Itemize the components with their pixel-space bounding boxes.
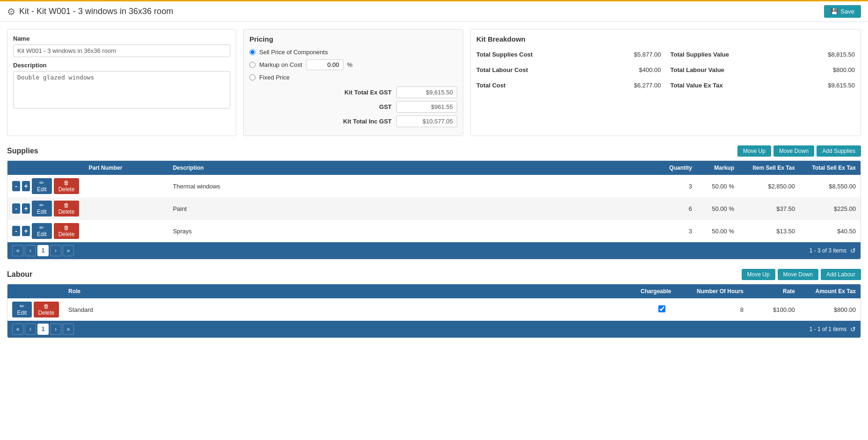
total-value-ex-tax-value: $9,615.50 [828, 82, 855, 89]
next-page-button[interactable]: › [50, 324, 61, 335]
top-bar: ⚙ Kit - Kit W001 - 3 windows in 36x36 ro… [0, 0, 868, 22]
labour-row1-rate: $100.00 [748, 298, 800, 321]
gst-value [396, 101, 457, 113]
action-cell: ✏ Edit 🗑 Delete [12, 302, 59, 317]
supplies-section-buttons: Move Up Move Down Add Supplies [737, 145, 861, 157]
supplies-row3-actions: - + ✏ Edit 🗑 Delete [7, 220, 84, 242]
action-cell: - + ✏ Edit 🗑 Delete [12, 201, 79, 216]
sell-price-radio[interactable] [249, 49, 255, 55]
supplies-move-up-button[interactable]: Move Up [737, 145, 771, 157]
last-page-button[interactable]: » [63, 324, 74, 335]
supplies-row3-total-sell: $40.50 [800, 220, 861, 242]
labour-refresh-icon[interactable]: ↺ [850, 325, 856, 333]
supplies-row2-item-sell: $37.50 [739, 197, 800, 220]
name-input[interactable] [13, 44, 230, 57]
delete-button[interactable]: 🗑 Delete [34, 302, 59, 317]
labour-pagination-info: 1 - 1 of 1 items ↺ [810, 325, 856, 333]
labour-row1-chargeable [636, 298, 687, 321]
total-labour-cost-row: Total Labour Cost $400.00 [476, 64, 661, 76]
labour-col-amount: Amount Ex Tax [800, 284, 861, 298]
delete-button[interactable]: 🗑 Delete [54, 223, 80, 239]
plus-button[interactable]: + [22, 226, 30, 236]
supplies-refresh-icon[interactable]: ↺ [850, 247, 856, 254]
supplies-row3-item-sell: $13.50 [739, 220, 800, 242]
table-row: - + ✏ Edit 🗑 Delete Sprays 3 50.00 % $13… [7, 220, 861, 242]
labour-table: Role Chargeable Number Of Hours Rate Amo… [7, 284, 861, 321]
plus-button[interactable]: + [22, 203, 30, 214]
pricing-title: Pricing [249, 35, 457, 43]
markup-cost-radio[interactable] [249, 62, 255, 68]
delete-button[interactable]: 🗑 Delete [54, 178, 80, 194]
chargeable-checkbox[interactable] [658, 305, 665, 312]
edit-button[interactable]: ✏ Edit [32, 201, 51, 216]
supplies-pagination-controls: « ‹ 1 › » [12, 245, 74, 256]
action-cell: - + ✏ Edit 🗑 Delete [12, 178, 79, 194]
labour-table-wrapper: Role Chargeable Number Of Hours Rate Amo… [7, 284, 861, 338]
total-supplies-cost-value: $5,877.00 [634, 51, 661, 58]
markup-cost-label[interactable]: Markup on Cost [259, 61, 302, 68]
supplies-title: Supplies [7, 147, 38, 155]
markup-value-input[interactable] [306, 59, 343, 70]
first-page-button[interactable]: « [12, 245, 23, 256]
edit-button[interactable]: ✏ Edit [12, 302, 32, 317]
labour-row1-hours: 8 [687, 298, 748, 321]
kit-total-inc-gst-label: Kit Total Inc GST [331, 118, 392, 125]
edit-button[interactable]: ✏ Edit [32, 223, 51, 239]
action-cell: - + ✏ Edit 🗑 Delete [12, 223, 79, 239]
total-supplies-cost-row: Total Supplies Cost $5,877.00 [476, 49, 661, 60]
total-supplies-value-row: Total Supplies Value $8,815.50 [671, 49, 855, 60]
minus-button[interactable]: - [12, 181, 20, 191]
supplies-col-item-sell: Item Sell Ex Tax [739, 161, 800, 175]
total-cost-row: Total Cost $6,277.00 [476, 79, 661, 91]
supplies-move-down-button[interactable]: Move Down [773, 145, 814, 157]
labour-col-chargeable: Chargeable [636, 284, 687, 298]
total-value-ex-tax-row: Total Value Ex Tax $9,615.50 [671, 79, 855, 91]
total-cost-label: Total Cost [476, 82, 506, 89]
add-labour-button[interactable]: Add Labour [821, 269, 861, 280]
minus-button[interactable]: - [12, 203, 20, 214]
supplies-col-total-sell: Total Sell Ex Tax [800, 161, 861, 175]
supplies-col-desc: Description [168, 161, 655, 175]
supplies-row1-part [84, 175, 168, 197]
name-description-panel: Name Description Double glazed windows [7, 29, 236, 136]
fixed-price-radio[interactable] [249, 74, 255, 80]
total-cost-value: $6,277.00 [634, 82, 661, 89]
top-panels: Name Description Double glazed windows P… [7, 29, 861, 136]
total-labour-value-label: Total Labour Value [671, 66, 724, 73]
fixed-price-label[interactable]: Fixed Price [259, 74, 290, 81]
labour-thead: Role Chargeable Number Of Hours Rate Amo… [7, 284, 861, 298]
supplies-row3-qty: 3 [655, 220, 697, 242]
kit-breakdown-panel: Kit Breakdown Total Supplies Cost $5,877… [470, 29, 861, 136]
prev-page-button[interactable]: ‹ [25, 245, 36, 256]
total-supplies-cost-label: Total Supplies Cost [476, 51, 532, 58]
plus-button[interactable]: + [22, 181, 30, 191]
supplies-row2-actions: - + ✏ Edit 🗑 Delete [7, 197, 84, 220]
pricing-totals: Kit Total Ex GST GST Kit Total Inc GST [249, 87, 457, 127]
save-button[interactable]: 💾 Save [824, 5, 861, 18]
labour-col-hours: Number Of Hours [687, 284, 748, 298]
kit-total-ex-gst-value [396, 87, 457, 98]
labour-header-row: Role Chargeable Number Of Hours Rate Amo… [7, 284, 861, 298]
edit-button[interactable]: ✏ Edit [32, 178, 51, 194]
next-page-button[interactable]: › [50, 245, 61, 256]
sell-price-label[interactable]: Sell Price of Components [259, 49, 328, 56]
supplies-thead: Part Number Description Quantity Markup … [7, 161, 861, 175]
add-supplies-button[interactable]: Add Supplies [817, 145, 861, 157]
page-1-button[interactable]: 1 [37, 324, 49, 335]
supplies-section-header: Supplies Move Up Move Down Add Supplies [7, 145, 861, 157]
last-page-button[interactable]: » [63, 245, 74, 256]
description-textarea[interactable]: Double glazed windows [13, 71, 230, 108]
labour-move-down-button[interactable]: Move Down [778, 269, 818, 280]
labour-section: Labour Move Up Move Down Add Labour Role… [7, 269, 861, 338]
labour-section-buttons: Move Up Move Down Add Labour [742, 269, 861, 280]
labour-row1-amount: $800.00 [800, 298, 861, 321]
first-page-button[interactable]: « [12, 324, 23, 335]
supplies-row2-desc: Paint [168, 197, 655, 220]
total-labour-value-value: $800.00 [833, 66, 855, 73]
supplies-row3-part [84, 220, 168, 242]
page-1-button[interactable]: 1 [37, 245, 49, 256]
labour-move-up-button[interactable]: Move Up [742, 269, 775, 280]
prev-page-button[interactable]: ‹ [25, 324, 36, 335]
delete-button[interactable]: 🗑 Delete [54, 201, 80, 216]
minus-button[interactable]: - [12, 226, 20, 236]
